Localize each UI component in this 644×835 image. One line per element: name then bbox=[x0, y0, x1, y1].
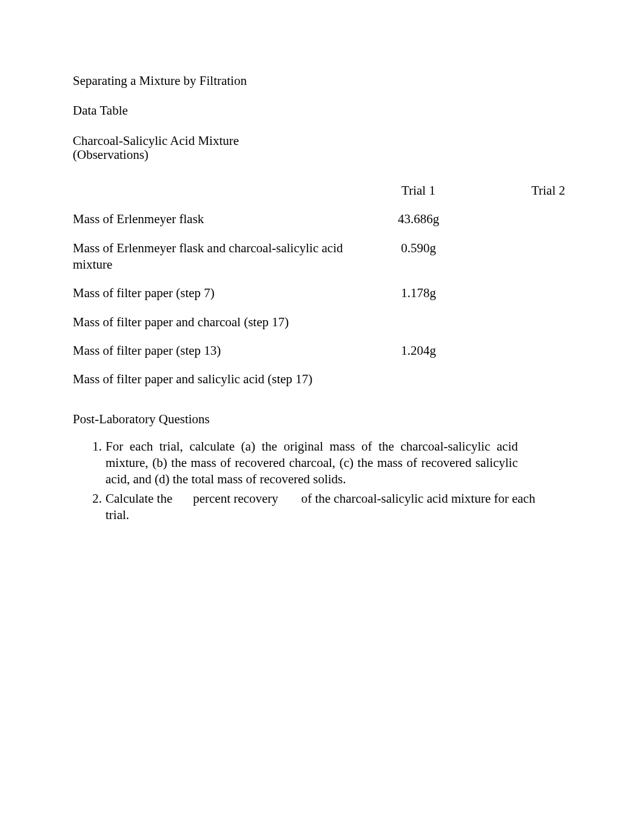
row-trial1: 43.686g bbox=[358, 205, 479, 233]
header-trial2: Trial 2 bbox=[479, 176, 571, 205]
table-header-row: Trial 1 Trial 2 bbox=[73, 176, 571, 205]
observations-heading: (Observations) bbox=[73, 147, 571, 163]
table-row: Mass of filter paper and charcoal (step … bbox=[73, 308, 571, 337]
row-trial1: 1.204g bbox=[358, 337, 479, 365]
row-trial2 bbox=[479, 337, 571, 365]
row-label: Mass of Erlenmeyer flask bbox=[73, 205, 358, 233]
q2-seg3: of the charcoal-salicylic acid mixture f… bbox=[301, 491, 579, 507]
row-trial1 bbox=[358, 365, 479, 394]
question-2: Calculate the percent recovery of the ch… bbox=[106, 491, 571, 524]
question-2-line1: Calculate the percent recovery of the ch… bbox=[106, 491, 579, 507]
row-label: Mass of filter paper and charcoal (step … bbox=[73, 308, 358, 337]
row-label: Mass of filter paper and salicylic acid … bbox=[73, 365, 358, 394]
row-trial1: 0.590g bbox=[358, 234, 479, 280]
questions-list: For each trial, calculate (a) the origin… bbox=[73, 438, 571, 523]
table-row: Mass of filter paper (step 7) 1.178g bbox=[73, 279, 571, 307]
row-label: Mass of filter paper (step 13) bbox=[73, 337, 358, 365]
data-table: Trial 1 Trial 2 Mass of Erlenmeyer flask… bbox=[73, 176, 571, 394]
q2-gap bbox=[172, 491, 193, 507]
row-trial1 bbox=[358, 308, 479, 337]
post-lab-header: Post-Laboratory Questions bbox=[73, 411, 571, 428]
row-trial2 bbox=[479, 308, 571, 337]
q2-seg2: percent recovery bbox=[193, 491, 278, 507]
row-trial2 bbox=[479, 205, 571, 233]
question-1: For each trial, calculate (a) the origin… bbox=[106, 438, 519, 488]
question-2-line2: trial. bbox=[106, 507, 570, 523]
table-row: Mass of Erlenmeyer flask and charcoal-sa… bbox=[73, 234, 571, 280]
header-trial1: Trial 1 bbox=[358, 176, 479, 205]
header-blank bbox=[73, 176, 358, 205]
section-data-table: Data Table bbox=[73, 102, 571, 119]
row-trial2 bbox=[479, 234, 571, 280]
table-row: Mass of filter paper and salicylic acid … bbox=[73, 365, 571, 394]
table-row: Mass of Erlenmeyer flask 43.686g bbox=[73, 205, 571, 233]
doc-title: Separating a Mixture by Filtration bbox=[73, 73, 571, 89]
row-trial2 bbox=[479, 279, 571, 307]
row-trial2 bbox=[479, 365, 571, 394]
row-trial1: 1.178g bbox=[358, 279, 479, 307]
q2-gap bbox=[278, 491, 301, 507]
table-row: Mass of filter paper (step 13) 1.204g bbox=[73, 337, 571, 365]
q2-seg1: Calculate the bbox=[106, 491, 172, 507]
row-label: Mass of filter paper (step 7) bbox=[73, 279, 358, 307]
row-label: Mass of Erlenmeyer flask and charcoal-sa… bbox=[73, 234, 358, 280]
